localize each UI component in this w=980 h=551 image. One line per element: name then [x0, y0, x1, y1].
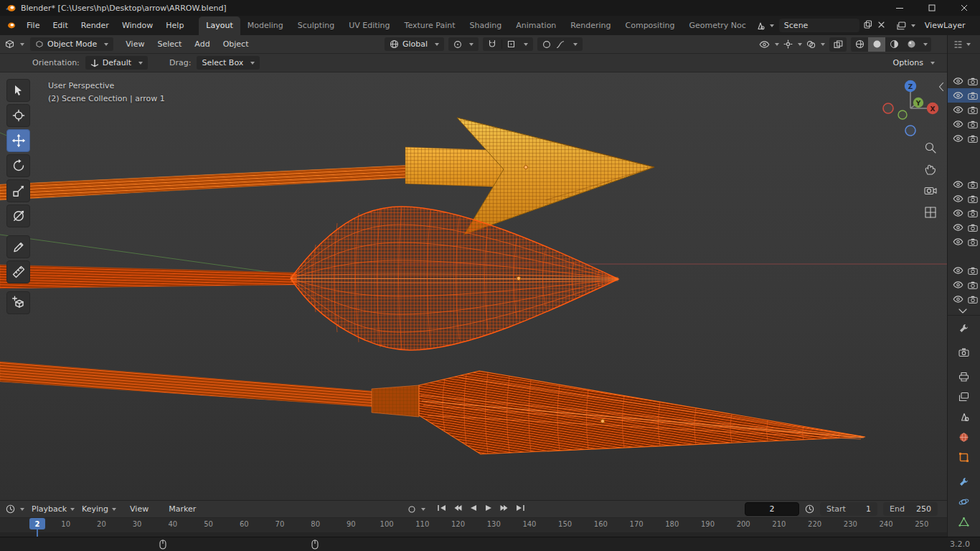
play-reverse-button[interactable]	[468, 504, 478, 514]
unlink-scene-button[interactable]	[877, 19, 886, 32]
outliner-row[interactable]	[948, 74, 980, 88]
workspace-tab[interactable]: Compositing	[618, 17, 682, 35]
tool-move[interactable]	[6, 129, 30, 152]
overlays-dropdown[interactable]	[806, 40, 825, 49]
outliner-row[interactable]	[948, 220, 980, 235]
viewport-camera-button[interactable]	[924, 184, 937, 198]
axis-ball-neg-z[interactable]	[905, 126, 915, 136]
clock-icon[interactable]	[805, 504, 814, 514]
disable-in-renders-camera-icon[interactable]	[968, 209, 978, 217]
disable-in-renders-camera-icon[interactable]	[968, 195, 978, 203]
viewport-menu-item[interactable]: View	[119, 38, 151, 50]
hide-in-viewport-eye-icon[interactable]	[953, 181, 963, 188]
viewport-menu-item[interactable]: Object	[217, 38, 255, 50]
current-frame-field[interactable]: 2	[745, 502, 799, 516]
tool-rotate[interactable]	[6, 154, 30, 177]
shading-material-button[interactable]	[885, 37, 903, 52]
editor-type-button[interactable]	[4, 39, 24, 50]
hide-in-viewport-eye-icon[interactable]	[953, 121, 963, 128]
viewport-menu-item[interactable]: Add	[188, 38, 216, 50]
hide-in-viewport-eye-icon[interactable]	[953, 92, 963, 99]
hide-in-viewport-eye-icon[interactable]	[953, 135, 963, 142]
outliner-header[interactable]	[948, 35, 980, 54]
timeline-ruler[interactable]: 1020304050607080901001101201301401501601…	[0, 518, 947, 532]
properties-tab-render[interactable]	[958, 347, 969, 359]
title-bar[interactable]: Blender* [C:\Users\hp\Desktop\arrow\ARRO…	[0, 0, 980, 16]
disable-in-renders-camera-icon[interactable]	[968, 281, 978, 289]
app-menu-button[interactable]	[0, 22, 20, 29]
outliner-row[interactable]	[948, 103, 980, 117]
workspace-tab[interactable]: Sculpting	[291, 17, 341, 35]
properties-tab-world[interactable]	[958, 432, 969, 445]
workspace-tab[interactable]: Texture Paint	[397, 17, 463, 35]
viewport-canvas[interactable]	[0, 72, 947, 500]
auto-keying-button[interactable]	[407, 505, 425, 514]
hide-in-viewport-eye-icon[interactable]	[953, 209, 963, 217]
workspace-tab[interactable]: Rendering	[563, 17, 618, 35]
properties-tab-scene[interactable]	[958, 412, 969, 424]
outliner-row[interactable]	[948, 292, 980, 306]
scene-name-field[interactable]: Scene	[779, 19, 859, 32]
next-keyframe-button[interactable]	[500, 504, 509, 514]
outliner-row[interactable]	[948, 278, 980, 292]
hide-in-viewport-eye-icon[interactable]	[953, 238, 963, 245]
shading-solid-button[interactable]	[868, 37, 885, 52]
close-button[interactable]	[948, 0, 980, 16]
keying-dropdown[interactable]: Keying	[82, 504, 116, 514]
pivot-point-dropdown[interactable]	[448, 37, 479, 51]
tool-add-cube[interactable]	[6, 291, 30, 314]
menu-item[interactable]: Render	[75, 19, 116, 32]
tool-cursor[interactable]	[6, 104, 30, 127]
viewport-pan-button[interactable]	[924, 163, 937, 178]
tool-measure[interactable]	[6, 260, 30, 283]
options-dropdown[interactable]: Options	[888, 56, 940, 70]
axis-ball-neg-x[interactable]	[883, 103, 893, 113]
jump-to-start-button[interactable]	[437, 504, 446, 514]
menu-item[interactable]: Help	[159, 19, 190, 32]
snapping-group[interactable]	[483, 37, 533, 51]
workspace-tab[interactable]: UV Editing	[341, 17, 397, 35]
scene-browse-button[interactable]	[753, 22, 776, 30]
tool-annotate[interactable]	[6, 235, 30, 258]
menu-item[interactable]: Window	[116, 19, 159, 32]
properties-tab-data[interactable]	[958, 517, 969, 529]
hide-in-viewport-eye-icon[interactable]	[953, 106, 963, 113]
workspace-tab[interactable]: Shading	[463, 17, 509, 35]
frame-end-field[interactable]: End 250	[883, 502, 938, 516]
disable-in-renders-camera-icon[interactable]	[968, 92, 978, 100]
properties-tab-modifiers[interactable]	[958, 476, 969, 489]
menu-item[interactable]: Edit	[46, 19, 74, 32]
disable-in-renders-camera-icon[interactable]	[968, 181, 978, 189]
axis-ball-neg-y[interactable]	[898, 110, 907, 119]
tool-transform[interactable]	[6, 204, 30, 227]
disable-in-renders-camera-icon[interactable]	[968, 77, 978, 85]
properties-tab-physics[interactable]	[958, 496, 969, 509]
hide-in-viewport-eye-icon[interactable]	[953, 77, 963, 85]
disable-in-renders-camera-icon[interactable]	[968, 224, 978, 232]
play-button[interactable]	[484, 504, 494, 514]
outliner-row[interactable]	[948, 206, 980, 220]
viewlayer-browse-button[interactable]	[895, 22, 918, 30]
minimize-button[interactable]	[883, 0, 915, 16]
navigation-gizmo[interactable]: Z X Y	[882, 74, 940, 143]
properties-tab-output[interactable]	[958, 372, 969, 384]
outliner-row[interactable]	[948, 263, 980, 278]
orientation-default-dropdown[interactable]: Default	[85, 56, 148, 70]
outliner-row[interactable]	[948, 117, 980, 131]
timeline-marker-menu[interactable]: Marker	[162, 503, 202, 515]
outliner-row[interactable]	[948, 192, 980, 206]
timeline-editor-type-button[interactable]	[6, 504, 24, 514]
viewport-ortho-button[interactable]	[924, 206, 937, 221]
tool-select-box[interactable]	[6, 79, 30, 102]
tool-scale[interactable]	[6, 179, 30, 202]
workspace-tab[interactable]: Animation	[509, 17, 563, 35]
prev-keyframe-button[interactable]	[453, 504, 462, 514]
disable-in-renders-camera-icon[interactable]	[968, 267, 978, 275]
frame-start-field[interactable]: Start 1	[820, 502, 877, 516]
shading-wireframe-button[interactable]	[851, 37, 868, 52]
timeline-view-menu[interactable]: View	[123, 503, 155, 515]
new-scene-button[interactable]	[862, 19, 874, 32]
outliner-row[interactable]	[948, 235, 980, 249]
jump-to-end-button[interactable]	[516, 504, 525, 514]
hide-in-viewport-eye-icon[interactable]	[953, 267, 963, 274]
